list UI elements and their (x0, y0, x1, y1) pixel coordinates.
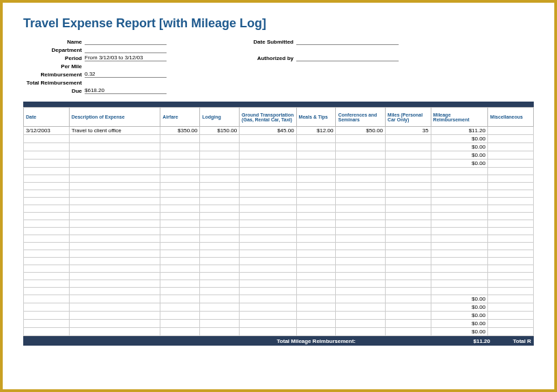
table-cell (69, 205, 160, 213)
header-value (296, 55, 399, 61)
table-cell (431, 288, 487, 295)
column-header: Meals & Tips (296, 108, 336, 127)
table-cell (160, 265, 200, 273)
document-frame: Travel Expense Report [with Mileage Log]… (0, 0, 557, 392)
table-cell (336, 228, 385, 235)
table-cell (200, 258, 240, 265)
table-cell (431, 273, 487, 280)
table-cell (296, 190, 336, 198)
table-cell (431, 183, 487, 190)
table-row: 3/12/2003Travel to client office$350.00$… (24, 127, 534, 135)
table-cell (160, 205, 200, 213)
table-cell (336, 190, 385, 198)
column-header: Airfare (160, 108, 200, 127)
table-row: $0.00 (24, 312, 534, 320)
table-cell: $50.00 (336, 127, 385, 135)
table-cell (488, 220, 534, 228)
table-row (24, 250, 534, 258)
table-cell (69, 135, 160, 143)
table-cell (69, 328, 160, 336)
table-cell (488, 143, 534, 151)
table-cell (69, 295, 160, 303)
header-label: Per Mile (23, 63, 85, 70)
table-cell (24, 288, 70, 295)
header-value: $618.20 (85, 87, 167, 94)
table-cell (385, 243, 431, 250)
table-cell (431, 243, 487, 250)
table-cell (69, 273, 160, 280)
table-row: $0.00 (24, 143, 534, 151)
table-cell (296, 213, 336, 220)
table-row (24, 273, 534, 280)
table-cell (24, 151, 70, 160)
table-cell (200, 175, 240, 183)
table-cell (69, 243, 160, 250)
table-cell (385, 168, 431, 175)
table-cell (200, 143, 240, 151)
table-cell (385, 213, 431, 220)
table-cell (431, 228, 487, 235)
table-cell (24, 168, 70, 175)
table-cell (488, 127, 534, 135)
table-body: 3/12/2003Travel to client office$350.00$… (24, 127, 534, 336)
table-cell (336, 320, 385, 328)
table-cell (488, 288, 534, 295)
column-header: Description of Expense (69, 108, 160, 127)
table-cell (488, 151, 534, 160)
table-cell (240, 135, 296, 143)
table-cell (160, 213, 200, 220)
table-cell (336, 168, 385, 175)
table-cell (336, 143, 385, 151)
table-cell (24, 265, 70, 273)
table-cell (240, 258, 296, 265)
table-cell (488, 312, 534, 320)
table-cell (488, 213, 534, 220)
table-cell (200, 183, 240, 190)
table-cell: $0.00 (431, 295, 487, 303)
table-cell (200, 228, 240, 235)
table-cell: $350.00 (160, 127, 200, 135)
table-cell: $150.00 (200, 127, 240, 135)
table-cell (296, 280, 336, 288)
table-cell (69, 312, 160, 320)
header-label: Department (23, 47, 85, 53)
footer-bar: Total Mileage Reimbursement: $11.20 Tota… (23, 336, 534, 346)
table-cell (296, 250, 336, 258)
table-cell (296, 265, 336, 273)
header-label: Name (23, 39, 85, 45)
table-cell (385, 312, 431, 320)
table-cell (240, 160, 296, 168)
table-row: $0.00 (24, 328, 534, 336)
table-cell (296, 303, 336, 312)
table-cell: 3/12/2003 (24, 127, 70, 135)
header-value (85, 38, 167, 45)
table-cell (336, 183, 385, 190)
table-cell (296, 183, 336, 190)
table-header-row: DateDescription of ExpenseAirfareLodging… (24, 108, 534, 127)
table-row (24, 175, 534, 183)
table-cell (24, 135, 70, 143)
table-cell (69, 228, 160, 235)
table-cell (336, 250, 385, 258)
table-cell (240, 151, 296, 160)
table-cell (69, 235, 160, 243)
table-cell (336, 213, 385, 220)
table-cell (24, 250, 70, 258)
table-cell (160, 235, 200, 243)
table-cell (488, 190, 534, 198)
header-section: NameDepartmentPeriodFrom 3/12/03 to 3/12… (23, 37, 534, 95)
table-row (24, 220, 534, 228)
column-header: Lodging (200, 108, 240, 127)
table-cell (488, 295, 534, 303)
table-cell (160, 168, 200, 175)
table-cell (431, 175, 487, 183)
table-cell (69, 190, 160, 198)
column-header: Miscellaneous (488, 108, 534, 127)
table-cell (24, 205, 70, 213)
table-cell (240, 198, 296, 205)
table-cell (200, 151, 240, 160)
table-cell (296, 135, 336, 143)
table-cell (385, 235, 431, 243)
table-cell (336, 303, 385, 312)
expense-table-container: DateDescription of ExpenseAirfareLodging… (23, 107, 534, 336)
